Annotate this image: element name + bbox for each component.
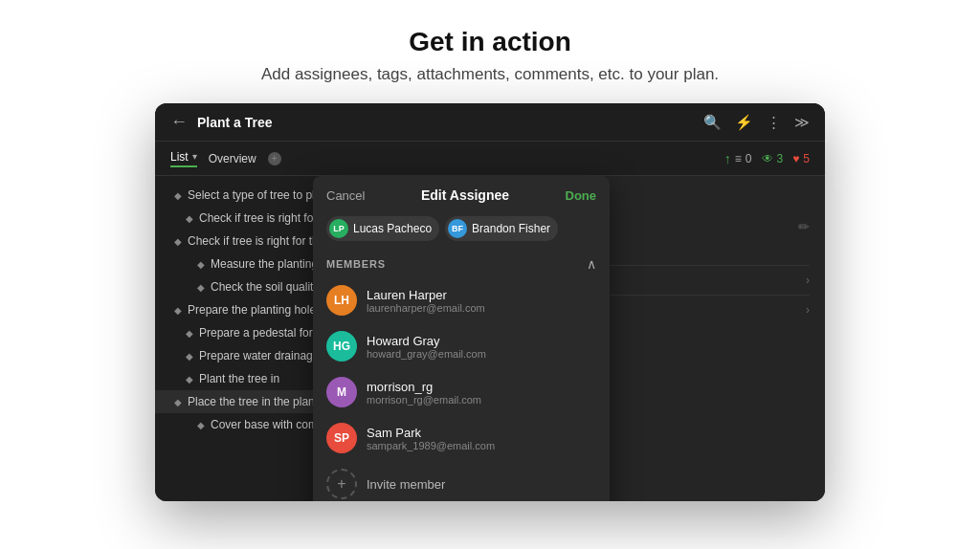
chevron-right-icon: › xyxy=(806,274,810,287)
arrow-up-icon: ↑ xyxy=(724,151,731,166)
eye-icon: 👁 xyxy=(762,152,773,165)
member-sam[interactable]: SP Sam Park sampark_1989@email.com xyxy=(313,415,610,461)
members-header: MEMBERS ∧ xyxy=(313,251,610,277)
sub-bar: List ▾ Overview + ↑ ≡ 0 👁 3 ♥ 5 xyxy=(155,142,825,176)
avatar-brandon: BF xyxy=(448,219,467,238)
bullet-icon: ◆ xyxy=(174,397,182,407)
member-lauren[interactable]: LH Lauren Harper laurenharper@email.com xyxy=(313,277,610,323)
edit-icon[interactable]: ✏ xyxy=(798,219,810,253)
member-info-lauren: Lauren Harper laurenharper@email.com xyxy=(367,288,596,314)
avatar-howard: HG xyxy=(326,331,357,362)
stat-zero: 0 xyxy=(746,152,752,165)
main-area: ◆ Select a type of tree to plant ◆ Check… xyxy=(155,176,825,501)
filter-icon[interactable]: ⚡ xyxy=(735,114,753,131)
avatar-lucas: LP xyxy=(329,219,348,238)
search-icon[interactable]: 🔍 xyxy=(703,114,722,131)
bullet-icon: ◆ xyxy=(186,351,193,362)
stat-arrow: ↑ ≡ 0 xyxy=(724,151,752,166)
member-info-morrison: morrison_rg morrison_rg@email.com xyxy=(367,380,596,406)
member-email-sam: sampark_1989@email.com xyxy=(367,440,596,451)
stat-hearts: ♥ 5 xyxy=(792,152,810,165)
bullet-icon: ◆ xyxy=(174,305,182,316)
page-title: Get in action xyxy=(0,27,980,57)
back-button[interactable]: ← xyxy=(170,112,188,132)
app-window: ← Plant a Tree 🔍 ⚡ ⋮ ≫ List ▾ Overview +… xyxy=(155,103,825,501)
chevron-right-icon: › xyxy=(806,303,810,317)
assignee-chip-lucas[interactable]: LP Lucas Pacheco xyxy=(326,216,439,241)
avatar-lauren: LH xyxy=(326,285,357,316)
project-title: Plant a Tree xyxy=(197,115,703,130)
member-name-howard: Howard Gray xyxy=(367,334,596,348)
expand-icon[interactable]: ≫ xyxy=(794,114,810,131)
member-howard[interactable]: HG Howard Gray howard_gray@email.com xyxy=(313,323,610,369)
invite-icon: + xyxy=(326,469,357,499)
member-name-sam: Sam Park xyxy=(367,426,596,440)
assignee-chip-brandon[interactable]: BF Brandon Fisher xyxy=(445,216,558,241)
member-name-morrison: morrison_rg xyxy=(367,380,596,394)
member-info-howard: Howard Gray howard_gray@email.com xyxy=(367,334,596,360)
avatar-morrison: M xyxy=(326,377,357,407)
member-name-lauren: Lauren Harper xyxy=(367,288,596,302)
top-icons: 🔍 ⚡ ⋮ ≫ xyxy=(703,114,810,131)
member-info-sam: Sam Park sampark_1989@email.com xyxy=(367,426,596,451)
members-label: MEMBERS xyxy=(326,258,386,270)
modal-title: Edit Assignee xyxy=(421,187,509,203)
stat-list-icon: ≡ xyxy=(735,152,742,165)
more-icon[interactable]: ⋮ xyxy=(767,114,781,131)
bullet-icon: ◆ xyxy=(174,190,182,201)
page-header: Get in action Add assignees, tags, attac… xyxy=(0,0,980,103)
modal-header: Cancel Edit Assignee Done xyxy=(313,176,610,210)
right-stats: ↑ ≡ 0 👁 3 ♥ 5 xyxy=(724,151,810,166)
collapse-members-icon[interactable]: ∧ xyxy=(587,256,596,272)
stat-eyes: 👁 3 xyxy=(762,152,784,165)
assignee-name-lucas: Lucas Pacheco xyxy=(353,222,432,235)
bullet-icon: ◆ xyxy=(197,259,205,270)
edit-assignee-modal: Cancel Edit Assignee Done LP Lucas Pache… xyxy=(313,176,610,501)
invite-member-item[interactable]: + Invite member xyxy=(313,461,610,501)
bullet-icon: ◆ xyxy=(174,236,182,247)
member-email-morrison: morrison_rg@email.com xyxy=(367,394,596,406)
selected-assignees: LP Lucas Pacheco BF Brandon Fisher xyxy=(313,210,610,251)
bullet-icon: ◆ xyxy=(186,374,193,384)
cancel-button[interactable]: Cancel xyxy=(326,188,365,203)
assignee-name-brandon: Brandon Fisher xyxy=(472,222,550,235)
bullet-icon: ◆ xyxy=(186,213,193,224)
top-bar: ← Plant a Tree 🔍 ⚡ ⋮ ≫ xyxy=(155,103,825,142)
done-button[interactable]: Done xyxy=(566,188,597,203)
member-email-howard: howard_gray@email.com xyxy=(367,348,596,360)
member-morrison[interactable]: M morrison_rg morrison_rg@email.com xyxy=(313,369,610,415)
bullet-icon: ◆ xyxy=(186,328,193,339)
tab-overview[interactable]: Overview xyxy=(209,152,256,165)
avatar-sam: SP xyxy=(326,423,357,453)
bullet-icon: ◆ xyxy=(197,282,205,293)
heart-icon: ♥ xyxy=(792,152,799,165)
member-email-lauren: laurenharper@email.com xyxy=(367,302,596,314)
tab-list[interactable]: List ▾ xyxy=(170,150,197,167)
page-subtitle: Add assignees, tags, attachments, commen… xyxy=(0,65,980,84)
bullet-icon: ◆ xyxy=(197,420,205,430)
add-tab-dot[interactable]: + xyxy=(268,152,281,165)
invite-label: Invite member xyxy=(367,477,445,492)
